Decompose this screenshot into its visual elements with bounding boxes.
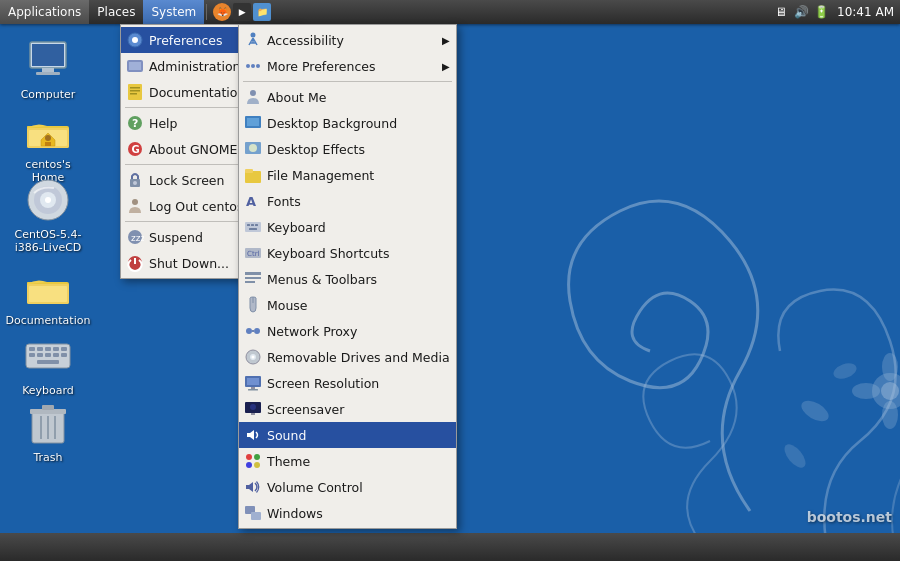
tray-volume-icon[interactable]: 🔊 xyxy=(793,4,809,20)
svg-rect-54 xyxy=(61,353,67,357)
taskbar-launch-firefox[interactable]: 🦊 xyxy=(213,3,231,21)
pref-mouse[interactable]: Mouse xyxy=(239,292,456,318)
taskbar-launch-files[interactable]: 📁 xyxy=(253,3,271,21)
windows-pref-icon xyxy=(243,503,263,523)
removable-drives-icon xyxy=(243,347,263,367)
cd-icon-label: CentOS-5.4-i386-LiveCD xyxy=(12,228,84,254)
pref-volume-control[interactable]: Volume Control xyxy=(239,474,456,500)
svg-rect-51 xyxy=(37,353,43,357)
more-prefs-icon xyxy=(243,56,263,76)
desktop-icon-docs[interactable]: Documentation xyxy=(8,258,88,331)
pref-desktop-effects[interactable]: Desktop Effects xyxy=(239,136,456,162)
docs-folder-icon xyxy=(24,262,72,310)
trash-icon xyxy=(24,399,72,447)
pref-network-proxy[interactable]: Network Proxy xyxy=(239,318,456,344)
svg-point-81 xyxy=(251,33,256,38)
svg-rect-34 xyxy=(45,142,51,146)
pref-fonts[interactable]: A Fonts xyxy=(239,188,456,214)
svg-text:zzz: zzz xyxy=(131,233,144,243)
computer-icon xyxy=(24,36,72,84)
about-me-icon xyxy=(243,87,263,107)
applications-menu[interactable]: Applications xyxy=(0,0,89,24)
pref-accessibility[interactable]: Accessibility ▶ xyxy=(239,27,456,53)
about-gnome-icon: G xyxy=(125,139,145,159)
svg-rect-29 xyxy=(36,72,60,75)
svg-rect-113 xyxy=(248,389,258,391)
docs-icon-label: Documentation xyxy=(6,314,91,327)
svg-point-83 xyxy=(251,64,255,68)
svg-point-84 xyxy=(256,64,260,68)
svg-rect-91 xyxy=(245,169,253,173)
desktop-icon-keyboard[interactable]: Keyboard xyxy=(8,328,88,401)
pref-about-me[interactable]: About Me xyxy=(239,84,456,110)
pref-keyboard-shortcuts[interactable]: Ctrl Keyboard Shortcuts xyxy=(239,240,456,266)
pref-screensaver[interactable]: Screensaver xyxy=(239,396,456,422)
desktop-effects-icon xyxy=(243,139,263,159)
svg-rect-48 xyxy=(53,347,59,351)
pref-theme[interactable]: Theme xyxy=(239,448,456,474)
tray-clock: 10:41 AM xyxy=(833,5,894,19)
suspend-icon: zzz xyxy=(125,227,145,247)
svg-rect-69 xyxy=(130,93,137,95)
theme-label: Theme xyxy=(267,454,450,469)
volume-control-label: Volume Control xyxy=(267,480,450,495)
accessibility-arrow: ▶ xyxy=(442,35,450,46)
lock-screen-icon xyxy=(125,170,145,190)
keyboard-pref-icon xyxy=(243,217,263,237)
desktop-effects-label: Desktop Effects xyxy=(267,142,450,157)
svg-point-118 xyxy=(254,454,260,460)
svg-point-76 xyxy=(132,199,138,205)
taskbar-left-items: Applications Places System 🦊 ▶ 📁 xyxy=(0,0,275,24)
screensaver-icon xyxy=(243,399,263,419)
places-menu[interactable]: Places xyxy=(89,0,143,24)
svg-point-21 xyxy=(831,360,858,381)
windows-label: Windows xyxy=(267,506,450,521)
desktop-icon-cd[interactable]: CentOS-5.4-i386-LiveCD xyxy=(8,172,88,258)
svg-rect-53 xyxy=(53,353,59,357)
pref-file-management[interactable]: File Management xyxy=(239,162,456,188)
svg-text:A: A xyxy=(246,194,256,209)
file-management-label: File Management xyxy=(267,168,450,183)
theme-icon xyxy=(243,451,263,471)
pref-keyboard[interactable]: Keyboard xyxy=(239,214,456,240)
svg-text:G: G xyxy=(132,144,140,155)
fonts-label: Fonts xyxy=(267,194,450,209)
svg-point-117 xyxy=(246,454,252,460)
taskbar-bottom xyxy=(0,533,900,561)
svg-point-22 xyxy=(781,441,810,471)
documentation-icon xyxy=(125,82,145,102)
preferences-submenu-popup: Accessibility ▶ More Preferences ▶ About… xyxy=(238,24,457,529)
pref-sound[interactable]: Sound xyxy=(239,422,456,448)
svg-rect-28 xyxy=(42,68,54,72)
file-management-icon xyxy=(243,165,263,185)
screensaver-label: Screensaver xyxy=(267,402,450,417)
pref-more[interactable]: More Preferences ▶ xyxy=(239,53,456,79)
svg-rect-101 xyxy=(245,277,261,279)
svg-rect-68 xyxy=(130,90,140,92)
svg-point-75 xyxy=(133,181,137,185)
taskbar-launch-terminal[interactable]: ▶ xyxy=(233,3,251,21)
home-folder-icon xyxy=(24,106,72,154)
pref-windows[interactable]: Windows xyxy=(239,500,456,526)
svg-point-39 xyxy=(45,197,51,203)
tray-battery-icon: 🔋 xyxy=(813,4,829,20)
menus-toolbars-label: Menus & Toolbars xyxy=(267,272,450,287)
svg-point-119 xyxy=(246,462,252,468)
pref-screen-resolution[interactable]: Screen Resolution xyxy=(239,370,456,396)
svg-rect-52 xyxy=(45,353,51,357)
svg-point-89 xyxy=(249,144,257,152)
desktop-bg-label: Desktop Background xyxy=(267,116,450,131)
desktop-icon-trash[interactable]: Trash xyxy=(8,395,88,468)
keyboard-pref-label: Keyboard xyxy=(267,220,450,235)
tray-network-icon[interactable]: 🖥 xyxy=(773,4,789,20)
pref-menus-toolbars[interactable]: Menus & Toolbars xyxy=(239,266,456,292)
system-menu[interactable]: System xyxy=(143,0,204,24)
about-me-label: About Me xyxy=(267,90,450,105)
desktop-icon-computer[interactable]: Computer xyxy=(8,32,88,105)
svg-rect-111 xyxy=(247,378,259,385)
svg-point-35 xyxy=(45,135,51,141)
pref-desktop-bg[interactable]: Desktop Background xyxy=(239,110,456,136)
pref-removable-drives[interactable]: Removable Drives and Media xyxy=(239,344,456,370)
cd-icon xyxy=(24,176,72,224)
svg-point-15 xyxy=(881,382,899,400)
